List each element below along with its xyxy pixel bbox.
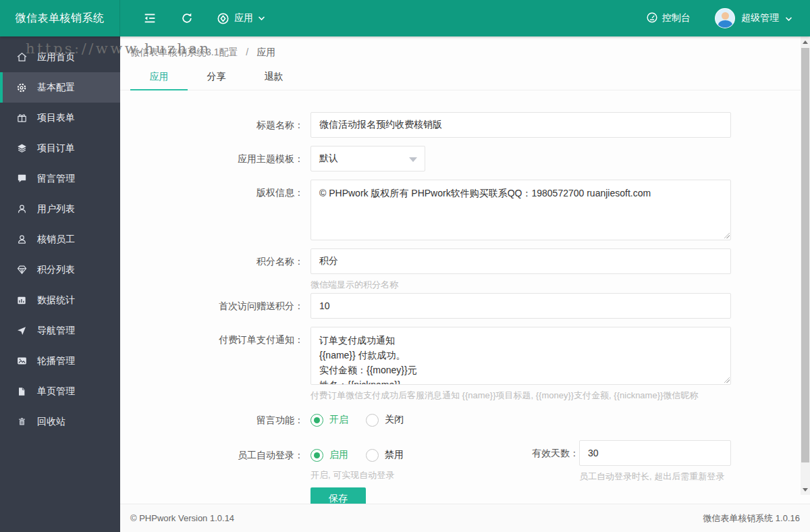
scrollbar-down-arrow[interactable] <box>801 484 810 495</box>
vertical-scrollbar[interactable] <box>801 36 810 495</box>
auto-login-enable-radio[interactable]: 启用 <box>310 449 348 462</box>
sidebar-item-navigation[interactable]: 导航管理 <box>0 315 120 346</box>
footer-version-right: 微信表单核销系统 1.0.16 <box>703 512 800 525</box>
chevron-down-icon <box>785 13 792 24</box>
auto-login-disable-radio[interactable]: 禁用 <box>366 449 404 462</box>
sidebar-item-app-home[interactable]: 应用首页 <box>0 42 120 72</box>
app-config-form: 标题名称： 应用主题模板： 默认 版权信息： © PHPwork 版权所有 PH… <box>120 90 810 510</box>
layers-icon <box>16 142 28 155</box>
staff-icon <box>16 234 28 246</box>
sidebar-item-label: 应用首页 <box>37 51 75 63</box>
sidebar-item-basic-config[interactable]: 基本配置 <box>0 72 120 103</box>
gem-icon <box>16 264 28 276</box>
valid-days-group: 有效天数： 员工自动登录时长, 超出后需重新登录 <box>525 440 734 482</box>
sidebar-item-messages[interactable]: 留言管理 <box>0 163 120 194</box>
radio-circle-icon <box>310 449 323 462</box>
radio-circle-icon <box>366 414 379 427</box>
collapse-sidebar-button[interactable] <box>131 0 169 36</box>
user-name: 超级管理 <box>741 12 779 24</box>
points-name-row: 积分名称： 微信端显示的积分名称 <box>120 248 810 290</box>
app-menu-label: 应用 <box>234 12 253 24</box>
copyright-row: 版权信息： © PHPwork 版权所有 PHPwork软件购买联系QQ：198… <box>120 180 810 240</box>
sidebar-item-label: 导航管理 <box>37 325 75 337</box>
sidebar-item-points-list[interactable]: 积分列表 <box>0 255 120 285</box>
scrollbar-thumb[interactable] <box>801 48 809 462</box>
copyright-textarea[interactable]: © PHPwork 版权所有 PHPwork软件购买联系QQ：198057270… <box>310 180 731 240</box>
tab-app[interactable]: 应用 <box>130 63 188 90</box>
trash-icon <box>16 416 28 428</box>
refresh-icon <box>180 11 194 25</box>
header-left-nav: 应用 <box>120 0 277 36</box>
valid-days-hint: 员工自动登录时长, 超出后需重新登录 <box>579 471 734 482</box>
chevron-down-icon <box>258 16 265 21</box>
carousel-image-icon <box>16 355 28 367</box>
valid-days-input[interactable] <box>579 440 731 466</box>
navigation-icon <box>16 325 28 337</box>
theme-select-value: 默认 <box>319 153 338 165</box>
comment-icon <box>16 173 28 185</box>
auto-login-hint: 开启, 可实现自动登录 <box>310 469 421 481</box>
points-name-input[interactable] <box>310 248 731 274</box>
sidebar-item-label: 项目表单 <box>37 112 75 124</box>
console-button[interactable]: 控制台 <box>637 0 700 36</box>
tab-share[interactable]: 分享 <box>188 63 245 90</box>
radio-circle-icon <box>310 414 323 427</box>
radio-circle-icon <box>366 449 379 462</box>
first-visit-points-label: 首次访问赠送积分： <box>120 293 304 319</box>
auto-login-row: 员工自动登录： 启用 禁用 开启, 可实现自动登录 有效天数： 员工 <box>120 446 810 481</box>
sidebar-item-label: 核销员工 <box>37 234 75 246</box>
app-menu-dropdown[interactable]: 应用 <box>205 0 277 36</box>
brand-title: 微信表单核销系统 <box>0 0 120 36</box>
sidebar-item-statistics[interactable]: 数据统计 <box>0 285 120 315</box>
user-menu[interactable]: 超级管理 <box>700 0 796 36</box>
main-content: 微信表单核销系统3.1配置 / 应用 应用 分享 退款 标题名称： 应用主题模板… <box>120 36 810 532</box>
radio-label: 禁用 <box>385 449 404 461</box>
collapse-sidebar-icon <box>142 11 157 26</box>
breadcrumb-separator: / <box>246 47 248 57</box>
message-on-radio[interactable]: 开启 <box>310 414 348 427</box>
breadcrumb: 微信表单核销系统3.1配置 / 应用 <box>120 36 810 63</box>
auto-login-label: 员工自动登录： <box>120 446 304 481</box>
footer-version-left: © PHPwork Version 1.0.14 <box>130 513 234 523</box>
theme-label: 应用主题模板： <box>120 146 304 171</box>
sidebar-item-project-orders[interactable]: 项目订单 <box>0 133 120 163</box>
sidebar-item-user-list[interactable]: 用户列表 <box>0 194 120 224</box>
sidebar-item-label: 积分列表 <box>37 264 75 276</box>
message-off-radio[interactable]: 关闭 <box>366 414 404 427</box>
gift-icon <box>16 112 28 124</box>
first-visit-points-row: 首次访问赠送积分： <box>120 293 810 319</box>
tab-refund[interactable]: 退款 <box>245 63 302 90</box>
sidebar-item-carousel[interactable]: 轮播管理 <box>0 346 120 376</box>
pay-notice-textarea[interactable]: 订单支付成功通知 {{name}} 付款成功。 实付金额：{{money}}元 … <box>310 327 731 385</box>
page-footer: © PHPwork Version 1.0.14 微信表单核销系统 1.0.16 <box>120 504 810 532</box>
first-visit-points-input[interactable] <box>310 293 731 319</box>
pay-notice-label: 付费订单支付通知： <box>120 327 304 401</box>
breadcrumb-current: 应用 <box>256 47 275 57</box>
config-tabs: 应用 分享 退款 <box>120 63 801 90</box>
refresh-button[interactable] <box>169 0 205 36</box>
pay-notice-hint: 付费订单微信支付成功后客服消息通知 {{name}}项目标题, {{money}… <box>310 390 731 401</box>
sidebar-item-verify-staff[interactable]: 核销员工 <box>0 224 120 255</box>
pay-notice-row: 付费订单支付通知： 订单支付成功通知 {{name}} 付款成功。 实付金额：{… <box>120 327 810 401</box>
title-input[interactable] <box>310 112 731 138</box>
breadcrumb-trail[interactable]: 微信表单核销系统3.1配置 <box>130 47 238 57</box>
points-name-hint: 微信端显示的积分名称 <box>310 279 731 290</box>
sidebar-item-label: 数据统计 <box>37 294 75 307</box>
sidebar-item-single-page[interactable]: 单页管理 <box>0 376 120 406</box>
theme-select[interactable]: 默认 <box>310 146 425 171</box>
sidebar-item-label: 用户列表 <box>37 203 75 215</box>
chart-icon <box>16 294 28 307</box>
radio-label: 关闭 <box>385 414 404 426</box>
message-feature-row: 留言功能： 开启 关闭 <box>120 410 810 429</box>
console-label: 控制台 <box>662 12 691 24</box>
sidebar-item-project-forms[interactable]: 项目表单 <box>0 103 120 133</box>
sidebar-item-label: 项目订单 <box>37 142 75 155</box>
theme-row: 应用主题模板： 默认 <box>120 146 810 171</box>
sidebar-item-label: 留言管理 <box>37 173 75 185</box>
sidebar-item-label: 基本配置 <box>37 82 75 94</box>
scrollbar-up-arrow[interactable] <box>801 36 810 47</box>
sidebar-nav: 应用首页 基本配置 项目表单 项目订单 <box>0 36 120 532</box>
sidebar-item-recycle-bin[interactable]: 回收站 <box>0 406 120 437</box>
gear-icon <box>16 82 28 94</box>
header-right-nav: 控制台 超级管理 <box>637 0 810 36</box>
